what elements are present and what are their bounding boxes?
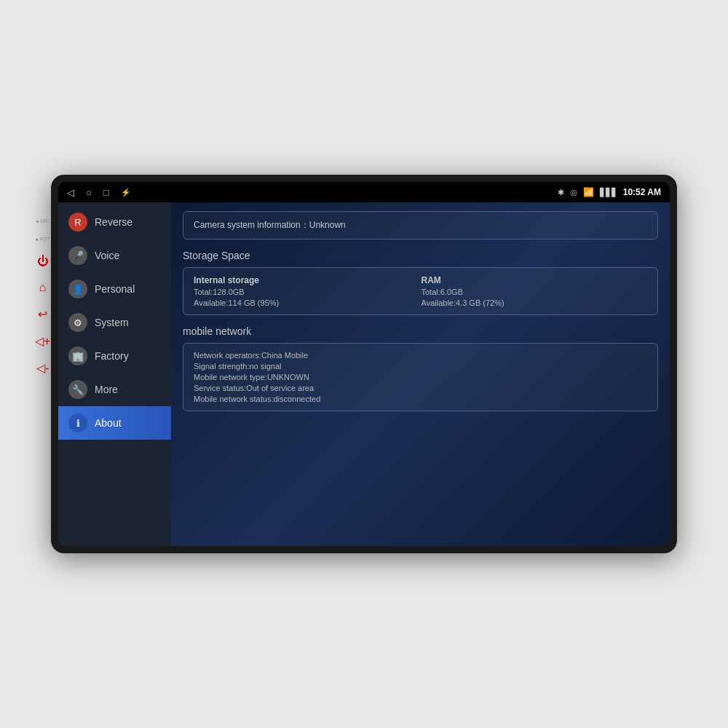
rst-label: ● RST [36, 237, 50, 242]
factory-icon: 🏢 [68, 347, 87, 365]
internal-storage-col: Internal storage Total:128.0GB Available… [194, 275, 420, 307]
sidebar-item-about[interactable]: ℹ About [58, 406, 171, 440]
sidebar-item-reverse[interactable]: R Reverse [58, 205, 171, 239]
internal-storage-available: Available:114 GB (95%) [194, 298, 420, 307]
content-panel[interactable]: Camera system information：Unknown Storag… [171, 202, 670, 546]
side-controls: ● MIC ● RST ⏻ ⌂ ↩ ◁+ ◁- [35, 218, 50, 375]
internal-storage-label: Internal storage [194, 275, 420, 285]
sidebar-item-voice[interactable]: 🎤 Voice [58, 239, 171, 272]
location-icon: ◎ [570, 188, 577, 197]
power-button[interactable]: ⏻ [37, 255, 49, 268]
network-line-1: Signal strength:no signal [194, 362, 647, 371]
reverse-label: Reverse [95, 216, 132, 228]
wifi-icon: 📶 [583, 187, 594, 197]
about-label: About [95, 417, 122, 429]
voice-icon: 🎤 [68, 246, 87, 265]
status-bar: ◁ ○ □ ⚡ ✱ ◎ 📶 ▋▋▋ 10:52 AM [58, 182, 670, 202]
status-right: ✱ ◎ 📶 ▋▋▋ 10:52 AM [558, 187, 661, 197]
system-icon: ⚙ [68, 313, 87, 332]
reverse-icon: R [68, 213, 87, 232]
storage-info-box: Internal storage Total:128.0GB Available… [183, 267, 658, 315]
sidebar: R Reverse 🎤 Voice 👤 Personal ⚙ System [58, 202, 171, 546]
factory-label: Factory [95, 350, 129, 362]
voice-label: Voice [95, 250, 119, 261]
ram-available: Available:4.3 GB (72%) [422, 298, 648, 307]
internal-storage-total: Total:128.0GB [194, 288, 420, 296]
status-left: ◁ ○ □ ⚡ [67, 187, 131, 198]
ram-total: Total:6.0GB [422, 288, 648, 296]
back-button[interactable]: ↩ [38, 307, 47, 321]
network-line-0: Network operators:China Mobile [194, 351, 647, 360]
network-info: Network operators:China Mobile Signal st… [194, 351, 647, 403]
vol-up-button[interactable]: ◁+ [35, 334, 50, 348]
network-line-2: Mobile network type:UNKNOWN [194, 373, 647, 381]
system-label: System [95, 317, 129, 328]
device-screen: ◁ ○ □ ⚡ ✱ ◎ 📶 ▋▋▋ 10:52 AM R Reverse [58, 182, 670, 546]
bluetooth-icon: ✱ [558, 188, 564, 197]
nav-recents-button[interactable]: □ [103, 187, 109, 198]
main-area: R Reverse 🎤 Voice 👤 Personal ⚙ System [58, 202, 670, 546]
network-line-4: Mobile network status:disconnected [194, 395, 647, 403]
camera-info-text: Camera system information：Unknown [194, 220, 346, 230]
storage-section-title: Storage Space [183, 250, 658, 261]
time-display: 10:52 AM [623, 187, 661, 197]
sidebar-item-factory[interactable]: 🏢 Factory [58, 339, 171, 373]
personal-icon: 👤 [68, 280, 87, 298]
usb-icon: ⚡ [121, 188, 131, 197]
mobile-network-title: mobile network [183, 325, 658, 337]
network-info-box: Network operators:China Mobile Signal st… [183, 343, 658, 411]
camera-info-box: Camera system information：Unknown [183, 211, 658, 240]
ram-label: RAM [422, 275, 648, 285]
sidebar-item-more[interactable]: 🔧 More [58, 373, 171, 406]
mic-label: ● MIC [36, 218, 50, 223]
more-icon: 🔧 [68, 380, 87, 399]
about-icon: ℹ [68, 414, 87, 432]
nav-back-button[interactable]: ◁ [67, 187, 74, 198]
vol-down-button[interactable]: ◁- [36, 361, 49, 375]
sidebar-item-personal[interactable]: 👤 Personal [58, 272, 171, 306]
sidebar-item-system[interactable]: ⚙ System [58, 306, 171, 339]
signal-icon: ▋▋▋ [600, 188, 617, 197]
ram-col: RAM Total:6.0GB Available:4.3 GB (72%) [422, 275, 648, 307]
personal-label: Personal [95, 283, 135, 295]
device-frame: ● MIC ● RST ⏻ ⌂ ↩ ◁+ ◁- ◁ ○ □ ⚡ ✱ ◎ 📶 ▋▋… [51, 175, 677, 553]
storage-grid: Internal storage Total:128.0GB Available… [194, 275, 647, 307]
nav-home-button[interactable]: ○ [86, 187, 92, 198]
network-line-3: Service status:Out of service area [194, 384, 647, 392]
home-button[interactable]: ⌂ [39, 281, 47, 294]
more-label: More [95, 384, 118, 395]
